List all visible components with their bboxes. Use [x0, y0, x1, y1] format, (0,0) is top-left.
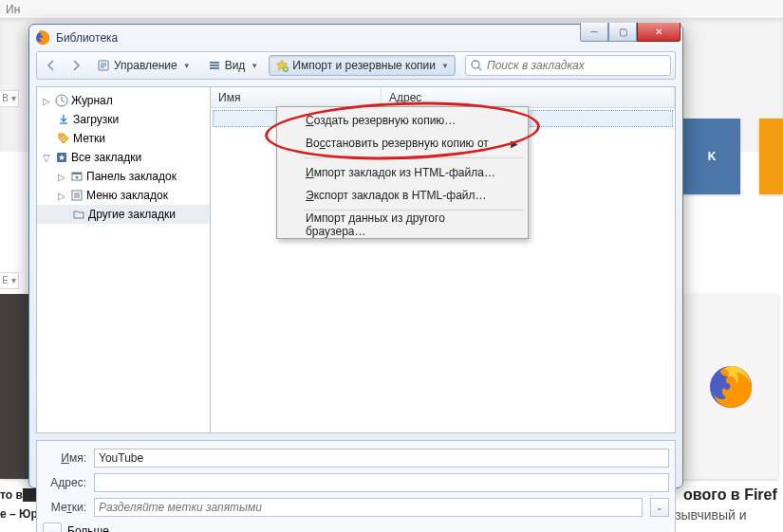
svg-rect-3 [210, 62, 219, 64]
tree-menu[interactable]: ▷ Меню закладок [37, 186, 210, 205]
window-buttons: ─ ▢ ✕ [580, 23, 680, 42]
window-title: Библиотека [56, 31, 118, 45]
menu-export-html[interactable]: Экспорт закладок в HTML-файл… [279, 184, 526, 207]
bg-chip-v: В ▾ [0, 90, 19, 107]
manage-button[interactable]: Управление ▼ [90, 55, 197, 76]
svg-rect-5 [210, 67, 219, 69]
forward-button[interactable] [65, 55, 86, 76]
bg-tile-orange [759, 119, 783, 194]
col-name[interactable]: Имя [211, 87, 382, 107]
bg-tabbar: Ин [0, 0, 783, 19]
tree-journal[interactable]: ▷ Журнал [37, 91, 210, 110]
more-row: ⌄ Больше [43, 523, 669, 532]
name-label: Имя: [43, 451, 86, 465]
vk-letter: K [708, 150, 717, 163]
list-header: Имя Адрес [211, 87, 675, 108]
search-input[interactable] [465, 55, 671, 76]
download-icon [56, 112, 71, 127]
menu-create-backup[interactable]: Создать резервную копию… [279, 109, 526, 132]
details-pane: Имя: Адрес: Метки: ⌄ ⌄ Больше [36, 440, 676, 532]
expand-icon[interactable]: ▷ [56, 172, 67, 182]
address-label: Адрес: [43, 476, 86, 489]
expand-icon[interactable]: ▷ [56, 191, 67, 201]
dropdown-icon: ▼ [251, 62, 258, 70]
sidebar-tree[interactable]: ▷ Журнал Загрузки Метки ▽ Все закладки ▷… [36, 86, 211, 433]
library-window: Библиотека ─ ▢ ✕ Управление ▼ Вид ▼ Импо… [28, 24, 683, 488]
tree-tags[interactable]: Метки [37, 129, 210, 148]
bg-tile-left [0, 294, 28, 479]
menu-separator [304, 210, 524, 211]
import-label: Импорт и резервные копии [292, 59, 436, 72]
tags-dropdown-button[interactable]: ⌄ [650, 498, 669, 517]
bookmarks-icon [54, 150, 69, 165]
star-icon [275, 59, 289, 72]
panel-icon [69, 169, 84, 184]
tree-panel[interactable]: ▷ Панель закладок [37, 167, 210, 186]
import-backup-button[interactable]: Импорт и резервные копии ▼ [269, 55, 456, 76]
folder-icon [71, 207, 86, 222]
toolbar: Управление ▼ Вид ▼ Импорт и резервные ко… [36, 51, 676, 80]
svg-rect-12 [72, 173, 82, 174]
tree-label: Метки [73, 132, 105, 145]
menu-import-browser[interactable]: Импорт данных из другого браузера… [279, 213, 526, 236]
dropdown-icon: ▼ [183, 62, 191, 70]
svg-point-7 [472, 61, 479, 68]
minimize-button[interactable]: ─ [580, 23, 608, 42]
clock-icon [54, 93, 69, 108]
menu-icon [69, 188, 84, 203]
address-input[interactable] [94, 473, 669, 492]
col-address[interactable]: Адрес [382, 87, 675, 107]
more-toggle[interactable]: ⌄ [43, 523, 62, 532]
manage-label: Управление [114, 59, 177, 72]
close-button[interactable]: ✕ [637, 23, 680, 42]
tree-label: Загрузки [73, 113, 119, 126]
maximize-button[interactable]: ▢ [608, 23, 637, 42]
collapse-icon[interactable]: ▽ [41, 153, 52, 163]
bg-tile-vk: K [683, 119, 740, 194]
search-box [465, 55, 671, 76]
firefox-logo-icon [707, 363, 755, 411]
tag-icon [56, 131, 71, 146]
tags-label: Метки: [43, 501, 86, 514]
svg-rect-4 [210, 64, 219, 66]
tree-label: Панель закладок [86, 170, 177, 183]
menu-import-html[interactable]: Импорт закладок из HTML-файла… [279, 161, 526, 184]
firefox-icon [35, 30, 50, 46]
expand-icon[interactable]: ▷ [41, 96, 52, 106]
tree-label: Меню закладок [86, 189, 168, 202]
dropdown-icon: ▼ [441, 62, 449, 70]
view-label: Вид [225, 59, 246, 72]
manage-icon [97, 59, 110, 72]
tree-all-bookmarks[interactable]: ▽ Все закладки [37, 148, 210, 167]
back-button[interactable] [41, 55, 62, 76]
menu-restore-backup[interactable]: Восстановить резервную копию от▶ [279, 132, 526, 155]
titlebar[interactable]: Библиотека ─ ▢ ✕ [29, 25, 682, 51]
tree-label: Все закладки [71, 151, 141, 164]
view-button[interactable]: Вид ▼ [201, 55, 266, 76]
tree-downloads[interactable]: Загрузки [37, 110, 210, 129]
bg-chip-e: Е ▾ [0, 272, 19, 289]
name-input[interactable] [94, 449, 669, 468]
tree-label: Журнал [71, 94, 113, 107]
import-backup-menu: Создать резервную копию… Восстановить ре… [276, 106, 529, 239]
svg-point-9 [61, 136, 63, 138]
bg-tile-firefox [683, 294, 778, 479]
view-icon [208, 59, 221, 72]
menu-separator [304, 157, 524, 158]
tree-other[interactable]: Другие закладки [37, 205, 210, 224]
tree-label: Другие закладки [88, 208, 176, 221]
submenu-arrow-icon: ▶ [511, 138, 518, 149]
tags-input[interactable] [94, 498, 643, 517]
bg-tab-text: Ин [0, 3, 20, 16]
more-label: Больше [67, 524, 109, 532]
bg-caption-3: ового в Firef [683, 486, 777, 504]
search-icon [469, 58, 484, 73]
